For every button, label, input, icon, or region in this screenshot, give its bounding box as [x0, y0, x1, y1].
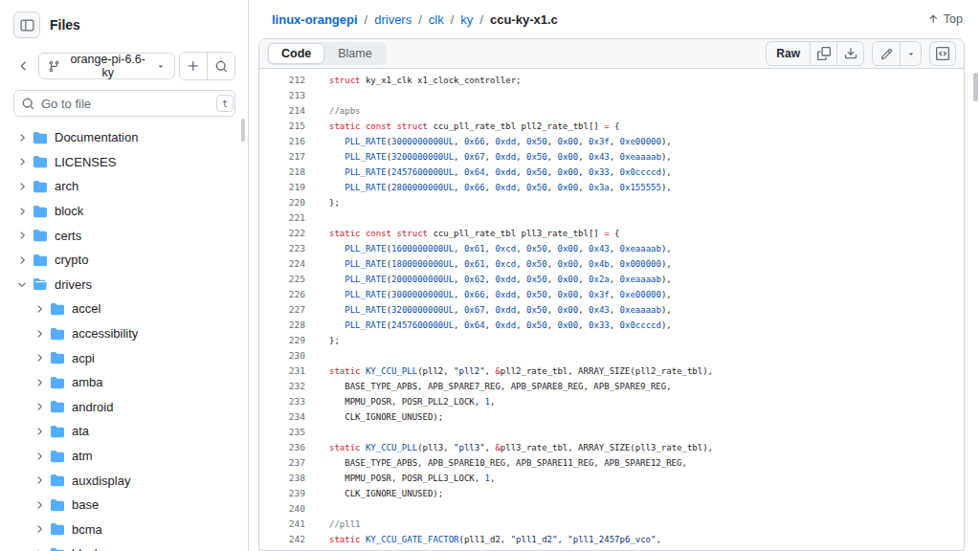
collapse-sidebar-button[interactable] — [13, 11, 40, 38]
chevron-right-icon[interactable] — [33, 352, 46, 364]
back-button[interactable] — [13, 54, 34, 78]
page-scrollbar[interactable] — [973, 73, 978, 101]
symbols-button[interactable] — [929, 41, 956, 66]
line-number[interactable]: 240 — [259, 501, 305, 517]
line-number[interactable]: 231 — [259, 364, 305, 379]
chevron-right-icon[interactable] — [15, 181, 29, 192]
chevron-right-icon[interactable] — [33, 451, 46, 462]
line-number[interactable]: 239 — [259, 486, 305, 501]
line-number[interactable]: 221 — [259, 210, 305, 226]
chevron-right-icon[interactable] — [33, 474, 46, 486]
tree-item-base[interactable]: base — [13, 493, 235, 518]
chevron-right-icon[interactable] — [33, 523, 46, 535]
line-number[interactable]: 235 — [259, 425, 305, 440]
line-number[interactable]: 215 — [259, 119, 305, 134]
go-to-file-input[interactable] — [41, 97, 210, 111]
chevron-right-icon[interactable] — [15, 132, 29, 143]
chevron-right-icon[interactable] — [15, 156, 29, 167]
chevron-right-icon[interactable] — [15, 254, 29, 266]
code-line-212: 212struct ky_x1_clk x1_clock_controller; — [259, 73, 964, 88]
line-number[interactable]: 213 — [259, 88, 305, 103]
chevron-right-icon[interactable] — [33, 328, 46, 340]
tree-item-accessibility[interactable]: accessibility — [13, 321, 235, 346]
download-button[interactable] — [836, 42, 863, 65]
line-number[interactable]: 219 — [259, 180, 305, 195]
tree-item-crypto[interactable]: crypto — [13, 248, 235, 273]
chevron-right-icon[interactable] — [33, 377, 46, 388]
line-content: PLL_RATE(2000000000UL, 0x62, 0xdd, 0x50,… — [305, 272, 672, 287]
line-number[interactable]: 214 — [259, 103, 305, 119]
code-line-228: 228 PLL_RATE(2457600000UL, 0x64, 0xdd, 0… — [259, 318, 964, 333]
breadcrumb-link[interactable]: drivers — [374, 12, 412, 27]
chevron-right-icon[interactable] — [33, 499, 46, 511]
branch-selector[interactable]: orange-pi-6.6-ky — [38, 53, 175, 79]
line-number[interactable]: 232 — [259, 379, 305, 394]
tree-item-drivers[interactable]: drivers — [13, 273, 235, 298]
chevron-down-icon[interactable] — [15, 278, 29, 290]
search-icon — [22, 98, 34, 110]
tree-item-ata[interactable]: ata — [13, 419, 235, 444]
line-number[interactable]: 237 — [259, 455, 305, 471]
line-number[interactable]: 227 — [259, 302, 305, 318]
chevron-right-icon[interactable] — [15, 230, 29, 241]
line-number[interactable]: 218 — [259, 165, 305, 180]
edit-button[interactable] — [873, 42, 900, 65]
copy-button[interactable] — [810, 42, 836, 65]
tree-item-LICENSES[interactable]: LICENSES — [13, 150, 235, 175]
chevron-right-icon[interactable] — [33, 303, 46, 315]
tree-item-block[interactable]: block — [13, 199, 235, 224]
line-number[interactable]: 230 — [259, 348, 305, 364]
line-number[interactable]: 217 — [259, 149, 305, 165]
edit-dropdown-button[interactable] — [900, 42, 921, 65]
main-content: linux-orangepi/drivers/clk/ky/ccu-ky-x1.… — [249, 0, 980, 551]
tree-item-label: accessibility — [72, 326, 138, 341]
chevron-right-icon[interactable] — [33, 426, 46, 437]
chevron-right-icon[interactable] — [33, 401, 46, 412]
new-file-button[interactable] — [180, 53, 208, 79]
breadcrumb-link[interactable]: ky — [460, 12, 473, 27]
tree-item-Documentation[interactable]: Documentation — [13, 125, 235, 150]
tree-item-android[interactable]: android — [13, 395, 235, 420]
line-number[interactable]: 212 — [259, 73, 305, 88]
tree-item-block[interactable]: block — [13, 541, 235, 551]
line-number[interactable]: 236 — [259, 440, 305, 455]
line-number[interactable]: 225 — [259, 272, 305, 287]
breadcrumb-link[interactable]: clk — [429, 12, 444, 27]
line-number[interactable]: 220 — [259, 195, 305, 210]
copy-icon — [817, 47, 831, 60]
line-content: }; — [305, 333, 340, 348]
tab-blame[interactable]: Blame — [324, 43, 385, 64]
line-number[interactable]: 241 — [259, 517, 305, 532]
tree-item-accel[interactable]: accel — [13, 297, 235, 321]
line-number[interactable]: 238 — [259, 471, 305, 486]
breadcrumb-link[interactable]: linux-orangepi — [272, 12, 358, 27]
tree-item-amba[interactable]: amba — [13, 370, 235, 395]
chevron-right-icon[interactable] — [15, 206, 29, 217]
line-content: static const struct ccu_pll_rate_tbl pll… — [305, 226, 619, 241]
code-blame-tabs: CodeBlame — [267, 42, 387, 65]
line-number[interactable]: 216 — [259, 134, 305, 149]
tab-code[interactable]: Code — [268, 43, 324, 64]
tree-item-arch[interactable]: arch — [13, 174, 235, 199]
line-number[interactable]: 224 — [259, 256, 305, 272]
raw-button[interactable]: Raw — [767, 42, 810, 65]
sidebar-header: Files — [13, 11, 235, 38]
line-number[interactable]: 222 — [259, 226, 305, 241]
tree-item-certs[interactable]: certs — [13, 223, 235, 248]
tree-item-bcma[interactable]: bcma — [13, 518, 235, 542]
top-link[interactable]: Top — [927, 12, 963, 26]
line-number[interactable]: 234 — [259, 409, 305, 425]
tree-item-auxdisplay[interactable]: auxdisplay — [13, 468, 235, 493]
line-number[interactable]: 229 — [259, 333, 305, 348]
line-number[interactable]: 242 — [259, 532, 305, 547]
file-tree-sidebar: Files orange-pi-6.6-ky — [0, 0, 249, 551]
line-number[interactable]: 233 — [259, 394, 305, 409]
line-number[interactable]: 228 — [259, 318, 305, 333]
line-number[interactable]: 226 — [259, 287, 305, 302]
search-tree-button[interactable] — [207, 53, 234, 79]
sidebar-scrollbar[interactable] — [241, 119, 245, 142]
line-number[interactable]: 243 — [259, 547, 305, 551]
line-number[interactable]: 223 — [259, 241, 305, 256]
tree-item-acpi[interactable]: acpi — [13, 345, 235, 370]
tree-item-atm[interactable]: atm — [13, 444, 235, 469]
